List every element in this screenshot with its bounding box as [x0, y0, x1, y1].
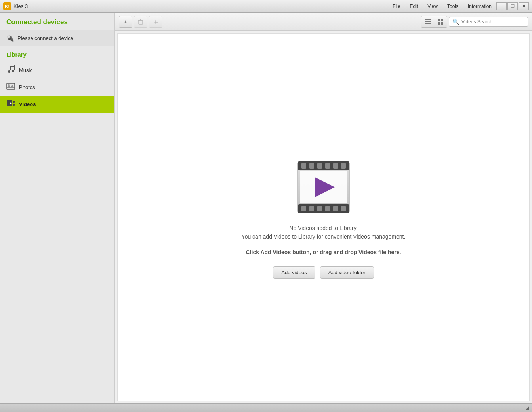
video-empty-icon	[292, 156, 355, 219]
view-toggle	[421, 16, 447, 28]
action-buttons: Add videos Add video folder	[273, 266, 374, 279]
delete-button[interactable]	[134, 16, 147, 28]
title-bar: K! Kies 3 File Edit View Tools Informati…	[0, 0, 532, 13]
svg-rect-30	[341, 163, 346, 169]
search-input[interactable]	[461, 19, 524, 25]
menu-information[interactable]: Information	[463, 2, 496, 11]
svg-rect-19	[441, 19, 443, 21]
svg-rect-35	[333, 206, 338, 211]
search-icon: 🔍	[452, 19, 459, 25]
menu-bar: File Edit View Tools Information	[388, 2, 496, 11]
sidebar-item-music[interactable]: Music	[0, 62, 114, 79]
empty-message-line3: Click Add Videos button, or drag and dro…	[246, 249, 401, 255]
add-button[interactable]: +	[119, 16, 132, 28]
svg-rect-4	[10, 66, 15, 67]
sidebar-item-videos[interactable]: Videos	[0, 96, 114, 113]
content-area: +	[115, 13, 532, 403]
svg-point-7	[8, 84, 10, 86]
svg-rect-32	[309, 206, 314, 211]
device-placeholder: 🔌 Please connect a device.	[0, 30, 114, 46]
svg-rect-34	[325, 206, 330, 211]
close-button[interactable]: ✕	[519, 2, 529, 10]
sidebar-item-photos[interactable]: Photos	[0, 79, 114, 96]
minimize-button[interactable]: —	[496, 2, 507, 10]
add-video-folder-button[interactable]: Add video folder	[320, 266, 374, 279]
svg-rect-14	[140, 19, 141, 20]
content-panel: No Videos added to Library. You can add …	[117, 33, 530, 401]
videos-icon	[6, 99, 15, 110]
svg-rect-26	[309, 163, 314, 169]
menu-tools[interactable]: Tools	[442, 2, 463, 11]
connected-devices-label: Connected devices	[6, 18, 108, 26]
svg-point-1	[12, 70, 14, 72]
empty-message-line1: No Videos added to Library. You can add …	[242, 224, 406, 241]
svg-rect-20	[438, 22, 440, 25]
svg-rect-18	[438, 19, 440, 21]
photos-label: Photos	[19, 84, 35, 90]
main-area: Connected devices 🔌 Please connect a dev…	[0, 13, 532, 403]
svg-point-0	[8, 70, 10, 73]
list-view-button[interactable]	[421, 16, 434, 27]
add-videos-button[interactable]: Add videos	[273, 266, 315, 279]
sidebar: Connected devices 🔌 Please connect a dev…	[0, 13, 115, 403]
connected-devices-section: Connected devices	[0, 13, 114, 30]
svg-rect-15	[425, 19, 431, 20]
svg-rect-16	[425, 21, 431, 22]
svg-rect-21	[441, 22, 443, 25]
transfer-button[interactable]	[149, 16, 162, 28]
menu-edit[interactable]: Edit	[405, 2, 423, 11]
app-logo: K!	[3, 2, 11, 10]
restore-button[interactable]: ❐	[507, 2, 518, 10]
menu-view[interactable]: View	[423, 2, 442, 11]
device-icon: 🔌	[6, 34, 14, 42]
svg-rect-12	[139, 20, 143, 24]
svg-rect-17	[425, 23, 431, 24]
svg-rect-5	[7, 83, 15, 89]
svg-rect-10	[13, 101, 15, 103]
grid-view-button[interactable]	[434, 16, 447, 27]
svg-rect-36	[341, 206, 346, 211]
empty-state: No Videos added to Library. You can add …	[242, 156, 406, 279]
svg-rect-11	[13, 104, 15, 106]
svg-rect-28	[325, 163, 330, 169]
menu-file[interactable]: File	[388, 2, 405, 11]
status-bar: ◢	[0, 403, 532, 412]
svg-rect-31	[301, 206, 306, 211]
photos-icon	[6, 82, 15, 93]
window-controls: — ❐ ✕	[496, 2, 529, 10]
svg-rect-27	[317, 163, 322, 169]
music-icon	[6, 65, 15, 76]
library-label: Library	[6, 51, 108, 58]
svg-rect-13	[138, 20, 143, 21]
device-text: Please connect a device.	[17, 35, 75, 41]
svg-rect-25	[301, 163, 306, 169]
search-box: 🔍	[449, 17, 528, 27]
resize-handle: ◢	[525, 405, 529, 411]
svg-marker-6	[7, 85, 15, 88]
videos-label: Videos	[19, 101, 36, 107]
svg-rect-29	[333, 163, 338, 169]
app-title: Kies 3	[13, 3, 380, 9]
music-label: Music	[19, 67, 32, 73]
library-section: Library	[0, 46, 114, 62]
svg-rect-33	[317, 206, 322, 211]
svg-rect-3	[14, 65, 15, 70]
toolbar: +	[115, 13, 532, 31]
